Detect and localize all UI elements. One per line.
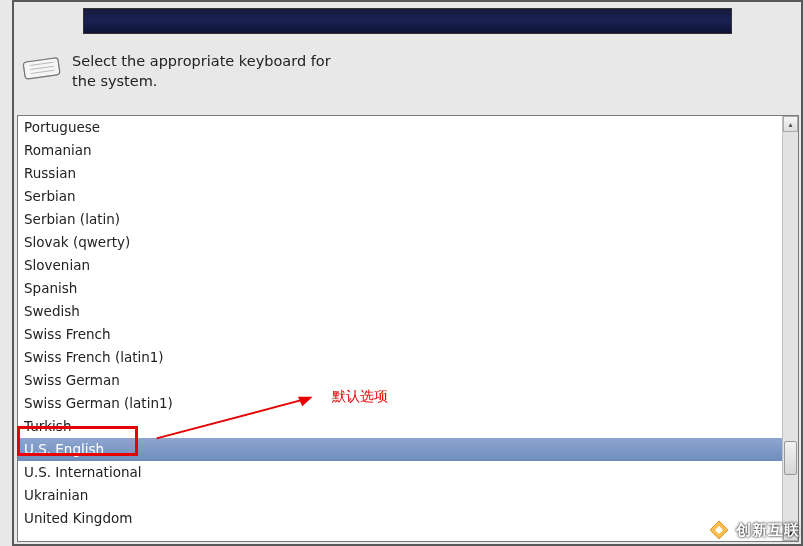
- instruction-line2: the system.: [72, 72, 331, 92]
- keyboard-listbox[interactable]: PortugueseRomanianRussianSerbianSerbian …: [18, 116, 782, 541]
- chevron-up-icon: ▴: [788, 120, 792, 129]
- list-item[interactable]: Swiss German (latin1): [18, 392, 782, 415]
- keyboard-listbox-container: PortugueseRomanianRussianSerbianSerbian …: [17, 115, 799, 542]
- list-item[interactable]: Serbian (latin): [18, 208, 782, 231]
- installer-window: Select the appropriate keyboard for the …: [12, 0, 803, 546]
- watermark-text: 创新互联: [736, 521, 800, 540]
- instruction-line1: Select the appropriate keyboard for: [72, 52, 331, 72]
- list-item[interactable]: Swiss French: [18, 323, 782, 346]
- watermark-logo-icon: [706, 517, 732, 543]
- watermark: 创新互联: [706, 517, 800, 543]
- list-item[interactable]: Turkish: [18, 415, 782, 438]
- keyboard-icon: [21, 52, 62, 84]
- scrollbar[interactable]: ▴ ▾: [782, 116, 798, 541]
- list-item[interactable]: Romanian: [18, 139, 782, 162]
- list-item[interactable]: Russian: [18, 162, 782, 185]
- header-banner: [83, 8, 732, 34]
- instruction-text: Select the appropriate keyboard for the …: [72, 52, 331, 91]
- instruction-row: Select the appropriate keyboard for the …: [21, 52, 801, 91]
- list-item[interactable]: Ukrainian: [18, 484, 782, 507]
- list-item[interactable]: Swiss French (latin1): [18, 346, 782, 369]
- list-item[interactable]: Serbian: [18, 185, 782, 208]
- list-item[interactable]: Swiss German: [18, 369, 782, 392]
- list-item[interactable]: Spanish: [18, 277, 782, 300]
- list-item[interactable]: Slovenian: [18, 254, 782, 277]
- list-item[interactable]: Portuguese: [18, 116, 782, 139]
- scroll-track[interactable]: [783, 132, 798, 525]
- list-item[interactable]: U.S. English: [18, 438, 782, 461]
- list-item[interactable]: Swedish: [18, 300, 782, 323]
- scroll-up-button[interactable]: ▴: [783, 116, 798, 132]
- scroll-thumb[interactable]: [784, 441, 797, 475]
- list-item[interactable]: United Kingdom: [18, 507, 782, 530]
- list-item[interactable]: U.S. International: [18, 461, 782, 484]
- list-item[interactable]: Slovak (qwerty): [18, 231, 782, 254]
